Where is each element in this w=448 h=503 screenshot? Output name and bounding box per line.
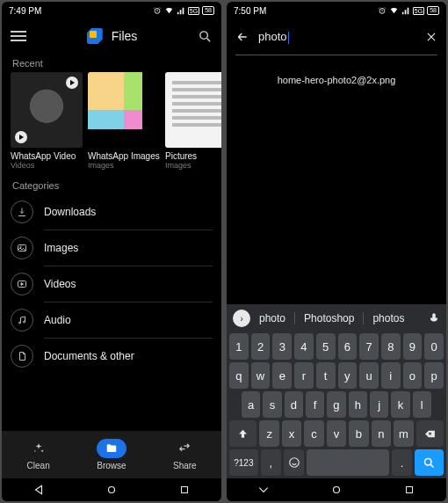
- key-2[interactable]: 2: [251, 333, 271, 360]
- key-8[interactable]: 8: [381, 333, 401, 360]
- recent-thumb[interactable]: [165, 72, 221, 148]
- svg-point-7: [108, 487, 114, 493]
- battery-icon: 58: [202, 6, 214, 15]
- category-images[interactable]: Images: [11, 230, 213, 266]
- key-1[interactable]: 1: [229, 333, 249, 360]
- key-search[interactable]: [415, 449, 444, 476]
- mic-icon[interactable]: [428, 312, 440, 324]
- system-nav: [2, 478, 221, 501]
- key-v[interactable]: v: [327, 420, 346, 447]
- expand-suggestions-icon[interactable]: ›: [233, 310, 250, 327]
- system-nav: [227, 478, 446, 501]
- home-button[interactable]: [329, 482, 344, 498]
- recent-label: Pictures: [165, 151, 221, 161]
- category-documents[interactable]: Documents & other: [11, 339, 213, 374]
- search-input[interactable]: photo: [258, 30, 416, 44]
- category-audio[interactable]: Audio: [11, 303, 213, 338]
- clear-icon[interactable]: [425, 31, 437, 43]
- search-icon[interactable]: [198, 29, 213, 44]
- download-icon: [11, 200, 33, 223]
- recent-row[interactable]: WhatsApp Video Videos WhatsApp Images Im…: [2, 72, 221, 170]
- key-backspace[interactable]: [416, 420, 444, 447]
- back-button[interactable]: [31, 482, 47, 498]
- key-l[interactable]: l: [413, 391, 431, 418]
- key-c[interactable]: c: [304, 420, 323, 447]
- key-5[interactable]: 5: [316, 333, 336, 360]
- home-button[interactable]: [104, 482, 119, 498]
- key-u[interactable]: u: [359, 362, 379, 389]
- category-videos[interactable]: Videos: [11, 266, 213, 302]
- key-d[interactable]: d: [285, 391, 303, 418]
- key-w[interactable]: w: [251, 362, 271, 389]
- status-bar: 7:49 PM 5G 58: [2, 2, 221, 19]
- key-symbols[interactable]: ?123: [229, 449, 258, 476]
- svg-point-5: [19, 322, 21, 324]
- nav-label: Clean: [27, 461, 50, 470]
- key-comma[interactable]: ,: [261, 449, 281, 476]
- key-g[interactable]: g: [327, 391, 345, 418]
- key-r[interactable]: r: [294, 362, 314, 389]
- key-o[interactable]: o: [403, 362, 423, 389]
- key-i[interactable]: i: [381, 362, 401, 389]
- keyboard-row-1: q w e r t y u i o p: [229, 362, 444, 389]
- key-t[interactable]: t: [316, 362, 336, 389]
- key-3[interactable]: 3: [272, 333, 292, 360]
- key-space[interactable]: [307, 449, 388, 476]
- hide-keyboard-button[interactable]: [256, 482, 271, 498]
- recent-apps-button[interactable]: [401, 482, 417, 498]
- nav-clean[interactable]: Clean: [2, 431, 75, 478]
- suggestion-word[interactable]: photo: [254, 312, 291, 324]
- search-result[interactable]: home-hero-photo2@2x.png: [227, 55, 446, 105]
- recent-apps-button[interactable]: [177, 482, 192, 498]
- category-label: Images: [44, 242, 78, 254]
- key-x[interactable]: x: [282, 420, 301, 447]
- key-y[interactable]: y: [338, 362, 358, 389]
- key-0[interactable]: 0: [424, 333, 444, 360]
- back-arrow-icon[interactable]: [235, 30, 249, 44]
- nav-browse[interactable]: Browse: [75, 431, 148, 478]
- audio-icon: [11, 309, 33, 332]
- menu-icon[interactable]: [11, 31, 26, 41]
- key-j[interactable]: j: [370, 391, 388, 418]
- key-f[interactable]: f: [306, 391, 324, 418]
- keyboard-row-3: z x c v b n m: [229, 420, 444, 447]
- key-h[interactable]: h: [349, 391, 367, 418]
- key-b[interactable]: b: [349, 420, 368, 447]
- key-shift[interactable]: [229, 420, 257, 447]
- key-4[interactable]: 4: [294, 333, 314, 360]
- recent-sublabel: Images: [88, 161, 160, 170]
- play-icon: [15, 131, 27, 143]
- wifi-icon: [164, 6, 174, 15]
- battery-icon: 58: [427, 6, 439, 15]
- recent-item[interactable]: WhatsApp Video Videos: [11, 72, 83, 170]
- key-q[interactable]: q: [229, 362, 249, 389]
- wifi-icon: [389, 6, 399, 15]
- key-period[interactable]: .: [392, 449, 412, 476]
- phone-left: 7:49 PM 5G 58 Files Recent WhatsApp Vide…: [2, 2, 221, 501]
- key-m[interactable]: m: [394, 420, 413, 447]
- suggestion-word[interactable]: photos: [367, 312, 409, 324]
- recent-thumb[interactable]: [88, 72, 160, 148]
- key-k[interactable]: k: [391, 391, 409, 418]
- suggestion-word[interactable]: Photoshop: [299, 312, 359, 324]
- recent-item[interactable]: Pictures Images: [165, 72, 221, 170]
- svg-rect-8: [182, 487, 188, 493]
- nav-share[interactable]: Share: [148, 431, 221, 478]
- key-9[interactable]: 9: [403, 333, 423, 360]
- status-time: 7:49 PM: [9, 6, 41, 16]
- app-title: Files: [112, 29, 138, 43]
- key-e[interactable]: e: [272, 362, 292, 389]
- key-s[interactable]: s: [263, 391, 281, 418]
- key-a[interactable]: a: [242, 391, 260, 418]
- recent-item[interactable]: WhatsApp Images Images: [88, 72, 160, 170]
- key-6[interactable]: 6: [338, 333, 358, 360]
- key-7[interactable]: 7: [359, 333, 379, 360]
- key-p[interactable]: p: [424, 362, 444, 389]
- svg-point-11: [425, 458, 432, 465]
- recent-thumb[interactable]: [11, 72, 83, 148]
- key-z[interactable]: z: [259, 420, 278, 447]
- key-n[interactable]: n: [372, 420, 391, 447]
- recent-sublabel: Videos: [11, 161, 83, 170]
- key-emoji[interactable]: [284, 449, 304, 476]
- category-downloads[interactable]: Downloads: [11, 194, 213, 230]
